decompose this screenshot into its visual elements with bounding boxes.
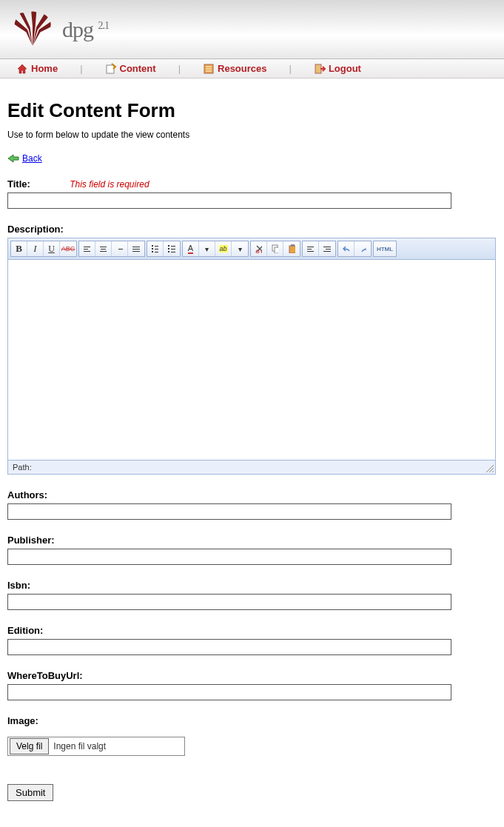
file-status-text: Ingen fil valgt: [50, 741, 106, 751]
isbn-label: Isbn:: [7, 580, 30, 591]
navbar: Home | Content | Resources | Logout: [0, 59, 504, 78]
logo-text: dpg 2.1: [62, 17, 109, 42]
title-input[interactable]: [7, 192, 451, 209]
rich-text-editor: B I U ABC A ▾ ab: [7, 238, 496, 475]
undo-button[interactable]: [338, 241, 355, 256]
page-title: Edit Content Form: [7, 99, 497, 122]
title-error: This field is required: [70, 179, 149, 190]
text-color-button[interactable]: A: [183, 241, 199, 256]
nav-home-label: Home: [31, 63, 58, 74]
field-wheretobuyurl: WhereToBuyUrl:: [7, 670, 497, 700]
ordered-list-button[interactable]: [164, 241, 180, 256]
isbn-input[interactable]: [7, 594, 451, 610]
logo-icon: [13, 10, 52, 49]
back-link-label: Back: [22, 153, 42, 164]
resources-icon: [203, 63, 215, 75]
field-authors: Authors:: [7, 489, 497, 520]
paste-button[interactable]: [283, 241, 300, 256]
redo-icon: [359, 244, 366, 253]
submit-button[interactable]: Submit: [7, 784, 53, 801]
description-label: Description:: [7, 224, 64, 235]
authors-label: Authors:: [7, 489, 47, 500]
wtb-label: WhereToBuyUrl:: [7, 670, 83, 681]
app-header: dpg 2.1: [0, 0, 504, 59]
svg-point-7: [261, 250, 262, 253]
nav-separator: |: [276, 63, 305, 74]
unordered-list-button[interactable]: [147, 241, 164, 256]
wtb-input[interactable]: [7, 684, 451, 700]
cut-button[interactable]: [251, 241, 267, 256]
editor-toolbar: B I U ABC A ▾ ab: [8, 238, 495, 260]
html-source-button[interactable]: HTML: [374, 241, 396, 256]
editor-textarea[interactable]: [8, 260, 495, 460]
field-description: Description: B I U ABC: [7, 224, 497, 475]
svg-rect-11: [291, 244, 295, 247]
highlight-button[interactable]: ab: [215, 241, 232, 256]
field-image: Image: Velg fil Ingen fil valgt: [7, 715, 497, 756]
paste-icon: [288, 244, 295, 253]
logout-icon: [314, 63, 326, 75]
edition-input[interactable]: [7, 639, 451, 655]
main-content: Edit Content Form Use to form below to u…: [0, 78, 504, 827]
resize-handle-icon[interactable]: [486, 465, 494, 472]
align-left-button[interactable]: [79, 241, 95, 256]
nav-logout-label: Logout: [329, 63, 361, 74]
nav-home[interactable]: Home: [7, 63, 67, 75]
bold-button[interactable]: B: [11, 241, 27, 256]
nav-content-label: Content: [120, 63, 156, 74]
nav-resources[interactable]: Resources: [194, 63, 275, 75]
field-isbn: Isbn:: [7, 580, 497, 610]
align-justify-button[interactable]: [128, 241, 144, 256]
align-center-button[interactable]: [95, 241, 112, 256]
file-input-row[interactable]: Velg fil Ingen fil valgt: [7, 737, 185, 756]
nav-logout[interactable]: Logout: [305, 63, 370, 75]
align-right-button[interactable]: [112, 241, 128, 256]
svg-rect-10: [289, 246, 295, 253]
dropdown-icon[interactable]: ▾: [199, 241, 215, 256]
svg-rect-5: [315, 64, 321, 73]
nav-separator: |: [67, 63, 95, 74]
nav-resources-label: Resources: [218, 63, 266, 74]
italic-button[interactable]: I: [27, 241, 44, 256]
publisher-input[interactable]: [7, 549, 451, 565]
field-edition: Edition:: [7, 625, 497, 655]
nav-content[interactable]: Content: [96, 63, 165, 75]
outdent-button[interactable]: [303, 241, 319, 256]
copy-icon: [272, 244, 278, 253]
choose-file-button[interactable]: Velg fil: [10, 738, 49, 754]
undo-icon: [343, 244, 349, 253]
indent-button[interactable]: [319, 241, 335, 256]
copy-button[interactable]: [267, 241, 283, 256]
editor-path-bar: Path:: [8, 460, 495, 474]
dropdown-icon[interactable]: ▾: [232, 241, 248, 256]
page-intro: Use to form below to update the view con…: [7, 130, 497, 140]
svg-rect-0: [107, 65, 114, 73]
field-title: Title: This field is required: [7, 178, 497, 209]
field-publisher: Publisher:: [7, 535, 497, 565]
back-link-top[interactable]: Back: [7, 153, 42, 164]
content-icon: [105, 63, 117, 75]
redo-button[interactable]: [355, 241, 371, 256]
strikethrough-button[interactable]: ABC: [60, 241, 76, 256]
svg-rect-9: [275, 247, 278, 253]
publisher-label: Publisher:: [7, 535, 55, 546]
edition-label: Edition:: [7, 625, 43, 636]
nav-separator: |: [165, 63, 194, 74]
scissors-icon: [255, 244, 262, 253]
editor-path-label: Path:: [13, 463, 32, 472]
underline-button[interactable]: U: [44, 241, 60, 256]
title-label: Title:: [7, 178, 30, 190]
image-label: Image:: [7, 715, 38, 726]
home-icon: [16, 63, 28, 75]
authors-input[interactable]: [7, 503, 451, 520]
back-arrow-icon: [7, 154, 19, 163]
